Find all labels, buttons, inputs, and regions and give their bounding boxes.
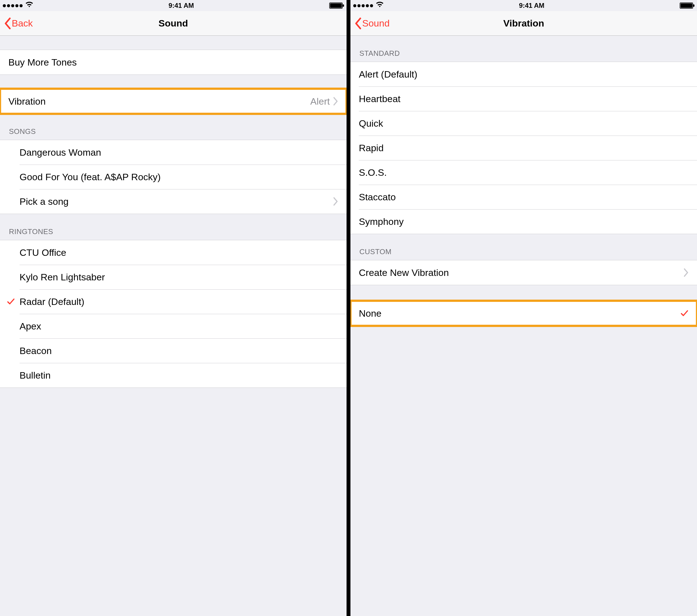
status-bar: 9:41 AM [351, 0, 697, 11]
vibration-none-cell[interactable]: None [351, 301, 697, 326]
ringtone-cell[interactable]: Kylo Ren Lightsaber [0, 265, 346, 289]
create-vibration-cell[interactable]: Create New Vibration [351, 260, 697, 285]
cell-label: Beacon [19, 345, 338, 356]
cell-label: Bulletin [19, 370, 338, 381]
nav-title: Sound [159, 18, 188, 29]
checkmark-icon [680, 309, 688, 317]
back-button[interactable]: Sound [352, 11, 392, 35]
cell-label: Heartbeat [359, 93, 688, 104]
cell-label: Apex [19, 321, 338, 332]
screen-vibration: 9:41 AM Sound Vibration STANDARD Alert (… [351, 0, 697, 616]
vibration-option-cell[interactable]: Symphony [351, 209, 697, 234]
wifi-icon [376, 2, 384, 10]
cell-label: S.O.S. [359, 167, 688, 178]
chevron-right-icon [333, 197, 338, 206]
ringtone-cell[interactable]: Bulletin [0, 363, 346, 388]
cell-label: Vibration [9, 96, 310, 107]
buy-more-tones-cell[interactable]: Buy More Tones [0, 50, 346, 75]
screen-divider [346, 0, 351, 616]
nav-title: Vibration [503, 18, 544, 29]
status-time: 9:41 AM [519, 2, 544, 10]
back-label: Sound [362, 18, 389, 29]
cell-label: Staccato [359, 192, 688, 202]
nav-bar: Sound Vibration [351, 11, 697, 36]
nav-bar: Back Sound [0, 11, 346, 36]
ringtone-cell[interactable]: CTU Office [0, 240, 346, 265]
vibration-option-cell[interactable]: Heartbeat [351, 87, 697, 111]
cell-label: Dangerous Woman [19, 147, 338, 158]
cell-detail: Alert [310, 96, 330, 107]
section-header-songs: SONGS [0, 114, 346, 140]
battery-icon [329, 2, 343, 9]
screen-sound: 9:41 AM Back Sound Buy More Tones Vibrat… [0, 0, 346, 616]
vibration-option-cell[interactable]: Quick [351, 111, 697, 136]
cell-label: Symphony [359, 216, 688, 227]
cell-label: Radar (Default) [19, 296, 338, 307]
cell-label: Create New Vibration [359, 267, 684, 278]
ringtone-cell-selected[interactable]: Radar (Default) [0, 289, 346, 314]
back-label: Back [12, 18, 33, 29]
section-header-ringtones: RINGTONES [0, 214, 346, 240]
checkmark-icon [7, 297, 15, 306]
song-cell[interactable]: Good For You (feat. A$AP Rocky) [0, 165, 346, 189]
battery-icon [680, 2, 693, 9]
cell-label: Pick a song [19, 196, 333, 207]
vibration-option-cell[interactable]: S.O.S. [351, 160, 697, 185]
chevron-left-icon [4, 18, 11, 29]
signal-dots-icon [353, 4, 373, 7]
cell-label: Buy More Tones [9, 57, 338, 68]
chevron-left-icon [354, 18, 361, 29]
vibration-cell[interactable]: Vibration Alert [0, 89, 346, 114]
cell-label: Quick [359, 118, 688, 129]
status-time: 9:41 AM [168, 2, 194, 10]
content: STANDARD Alert (Default) Heartbeat Quick… [351, 36, 697, 616]
cell-label: CTU Office [19, 247, 338, 258]
wifi-icon [25, 2, 33, 10]
status-bar: 9:41 AM [0, 0, 346, 11]
vibration-option-cell[interactable]: Alert (Default) [351, 62, 697, 87]
cell-label: Kylo Ren Lightsaber [19, 272, 338, 283]
cell-label: None [359, 308, 680, 319]
back-button[interactable]: Back [2, 11, 35, 35]
chevron-right-icon [333, 97, 338, 105]
vibration-option-cell[interactable]: Staccato [351, 185, 697, 209]
cell-label: Alert (Default) [359, 69, 688, 80]
ringtone-cell[interactable]: Apex [0, 314, 346, 339]
song-cell[interactable]: Dangerous Woman [0, 140, 346, 165]
pick-song-cell[interactable]: Pick a song [0, 189, 346, 214]
vibration-option-cell[interactable]: Rapid [351, 136, 697, 160]
content: Buy More Tones Vibration Alert SONGS [0, 36, 346, 616]
cell-label: Good For You (feat. A$AP Rocky) [19, 171, 338, 182]
chevron-right-icon [684, 268, 688, 277]
section-header-custom: CUSTOM [351, 234, 697, 260]
signal-dots-icon [3, 4, 23, 7]
section-header-standard: STANDARD [351, 36, 697, 62]
ringtone-cell[interactable]: Beacon [0, 339, 346, 363]
cell-label: Rapid [359, 142, 688, 153]
